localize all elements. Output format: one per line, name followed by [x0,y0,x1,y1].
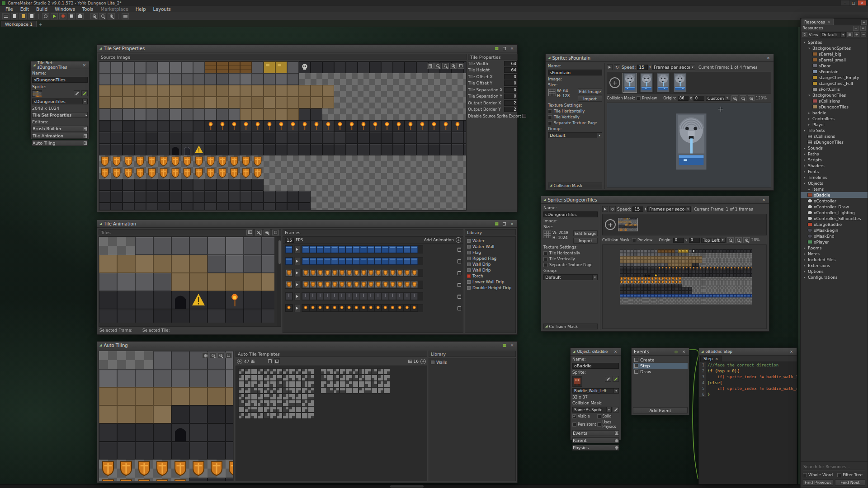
add-frame-button[interactable]: + [609,77,620,88]
zoom-out-icon[interactable] [90,13,98,19]
brush-builder-button[interactable]: Brush Builder [32,126,88,131]
tree-item-oplayer[interactable]: oPlayer [801,239,868,245]
tree-item-olargebaddie[interactable]: oLargeBaddie [801,221,868,227]
frame-strip[interactable] [302,257,423,265]
tree-item-ocontroller[interactable]: oController [801,198,868,204]
resources-tab[interactable]: Resources × [802,19,834,25]
tree-item-controllers[interactable]: ▸Controllers [801,116,868,122]
separate-texture-page-checkbox[interactable] [548,121,552,125]
horizontal-scrollbar-thumb[interactable] [390,485,424,488]
library-item[interactable]: Double Height Drip [465,285,515,291]
tree-item-shaders[interactable]: ▸Shaders [801,163,868,169]
library-item-walls[interactable]: Walls [429,359,515,365]
origin-y-field[interactable]: 0 [689,238,700,243]
whole-word-checkbox[interactable] [803,473,807,477]
tree-item-configurations[interactable]: ▸Configurations [801,274,868,280]
loop-icon[interactable]: ↻ [609,206,616,212]
panel-titlebar[interactable]: Events ◎ × [632,348,689,356]
zoom-in-icon[interactable] [748,95,755,101]
collapse-icon[interactable]: ◢ [701,350,703,353]
popout-icon[interactable] [501,221,507,226]
library-item[interactable]: Water Wall [465,244,515,249]
laptop-icon[interactable] [122,13,129,19]
tiles-view[interactable] [99,236,281,327]
tree-item-tileset-scollisions[interactable]: sCollisions [801,133,868,139]
tree-item-fonts[interactable]: ▸Fonts [801,169,868,174]
panel-titlebar[interactable]: ◢ Tile Animation ▦ × [97,220,517,228]
animation-row-torch[interactable] [283,302,463,314]
play-icon[interactable] [51,13,58,19]
zoom-in-icon[interactable] [108,13,115,19]
link-target-icon[interactable]: ▦ [494,46,500,51]
speed-unit-dropdown[interactable]: Frames per second▾ [647,206,691,212]
chevron-down-icon[interactable]: ▾ [840,33,845,37]
import-button[interactable]: Import [573,238,598,244]
collision-mask-section[interactable]: ◢ Collision Mask [543,324,598,329]
zoom-fit-icon[interactable] [225,352,232,358]
play-animation-icon[interactable] [294,281,300,289]
edit-mask-icon[interactable] [613,407,619,413]
sprite-name-field[interactable]: sDungeonTiles [543,211,598,217]
menu-help[interactable]: Help [132,7,150,12]
tree-item-baddie[interactable]: ▸baddie [801,110,868,116]
play-animation-icon[interactable] [294,257,300,265]
speed-field[interactable]: 15 [637,65,648,70]
add-event-button[interactable]: Add Event [633,407,688,413]
menu-build[interactable]: Build [33,7,51,12]
zoom-out-icon[interactable] [434,63,441,69]
close-tab-icon[interactable]: × [715,357,719,361]
close-icon[interactable]: × [509,343,515,348]
link-target-icon[interactable]: ▦ [501,343,507,348]
grid-view-icon[interactable]: ▦ [847,32,853,37]
tree-item-scollisions[interactable]: sCollisions [801,98,868,104]
origin-y-field[interactable]: 0 [693,96,704,101]
collapse-icon[interactable]: ◢ [99,222,102,225]
grid-toggle-icon[interactable] [427,63,434,69]
add-view-icon[interactable]: + [854,32,859,37]
view-dropdown[interactable]: Default▾ [820,32,846,38]
panel-resizer[interactable] [798,27,800,484]
tree-item-notes[interactable]: ▸Notes [801,251,868,257]
frame-strip[interactable] [302,304,423,312]
tree-item-ocontroller-draw[interactable]: oController_Draw [801,204,868,210]
import-button[interactable]: Import [578,96,602,102]
collapse-icon[interactable]: ◢ [99,344,102,347]
popout-icon[interactable] [501,46,507,51]
sprite-dropdown[interactable]: Baddie_Walk_Left▾ [572,388,619,394]
maximize-button[interactable]: □ [849,0,858,5]
zoom-out-icon[interactable] [255,230,262,235]
search-input[interactable] [803,464,865,470]
chevron-down-icon[interactable]: ▾ [720,238,725,242]
event-create[interactable]: Create [633,357,688,363]
parent-button[interactable]: Parent [572,437,619,443]
solid-checkbox[interactable] [597,414,601,418]
panel-titlebar[interactable]: ◢ Sprite: sFountain × [546,54,774,62]
group-dropdown[interactable]: Default▾ [548,132,602,138]
tree-item-ocontroller-lighting[interactable]: oController_Lighting [801,210,868,216]
tree-item-tileset-sdungeontiles[interactable]: sDungeonTiles [801,139,868,145]
visible-checkbox[interactable]: ✓ [572,414,576,418]
play-icon[interactable] [602,206,608,212]
tree-item-extensions[interactable]: ▸Extensions [801,263,868,268]
tile-animation-button[interactable]: Tile Animation [32,133,88,139]
output-border-y-field[interactable]: 2 [504,107,518,112]
autotile-template-16[interactable] [321,368,390,394]
chevron-down-icon[interactable]: ▾ [606,407,611,412]
add-template-button[interactable]: + [237,359,242,364]
play-icon[interactable] [607,64,613,70]
delete-animation-icon[interactable] [458,295,461,299]
tile-sep-y-field[interactable]: 0 [504,94,518,99]
link-target-icon[interactable]: ▦ [494,221,500,226]
new-sprite-icon[interactable] [81,90,88,96]
tree-item-sportcullis[interactable]: sPortCullis [801,86,868,92]
zoom-out-icon[interactable] [210,352,217,358]
workspace-tab[interactable]: Workspace 1 [1,21,37,27]
events-button[interactable]: Events [572,430,619,436]
frame-3[interactable] [673,73,687,93]
chevron-down-icon[interactable]: ▾ [82,99,87,104]
panel-titlebar[interactable]: ◢ Tile Set: sDungeonTiles × [31,61,89,69]
library-item[interactable]: Flag [465,249,515,255]
panel-titlebar[interactable]: ◢ Sprite: sDungeonTiles × [541,196,769,204]
tile-height-field[interactable]: 64 [504,67,518,73]
menu-file[interactable]: File [2,7,17,12]
